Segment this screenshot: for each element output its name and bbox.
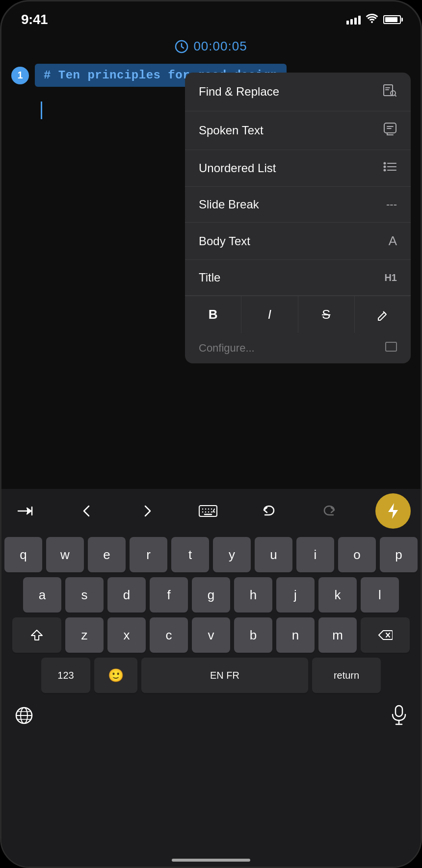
context-menu: Find & Replace Spoken Text xyxy=(185,73,411,363)
list-icon xyxy=(383,161,397,176)
space-button[interactable]: EN FR xyxy=(141,658,308,693)
key-i[interactable]: i xyxy=(296,537,334,572)
title-label: Title xyxy=(199,271,220,284)
menu-item-find-replace[interactable]: Find & Replace xyxy=(185,73,411,111)
svg-rect-6 xyxy=(384,123,396,133)
key-t[interactable]: t xyxy=(171,537,209,572)
menu-item-spoken-text[interactable]: Spoken Text xyxy=(185,111,411,150)
find-replace-label: Find & Replace xyxy=(199,85,279,99)
svg-point-11 xyxy=(384,166,386,168)
key-s[interactable]: s xyxy=(65,577,104,613)
spoken-text-icon xyxy=(383,122,397,139)
tab-button[interactable] xyxy=(11,496,41,526)
line-number: 1 xyxy=(11,67,29,84)
svg-line-3 xyxy=(395,95,396,97)
key-b[interactable]: b xyxy=(234,617,272,653)
signal-bars-icon xyxy=(346,15,361,25)
slide-break-label: Slide Break xyxy=(199,198,259,211)
key-g[interactable]: g xyxy=(192,577,230,613)
keyboard-row-4: 123 🙂 EN FR return xyxy=(4,658,418,693)
numbers-button[interactable]: 123 xyxy=(41,658,90,693)
format-edit-button[interactable] xyxy=(355,296,411,333)
battery-icon xyxy=(383,15,401,24)
lightning-button[interactable] xyxy=(375,493,411,529)
key-r[interactable]: r xyxy=(130,537,167,572)
toolbar xyxy=(1,489,421,533)
key-y[interactable]: y xyxy=(213,537,251,572)
svg-rect-15 xyxy=(386,342,396,351)
battery-fill xyxy=(385,17,397,22)
key-k[interactable]: k xyxy=(318,577,357,613)
key-w[interactable]: w xyxy=(46,537,84,572)
key-x[interactable]: x xyxy=(107,617,146,653)
keyboard-button[interactable] xyxy=(193,496,223,526)
svg-point-13 xyxy=(384,169,386,172)
key-o[interactable]: o xyxy=(338,537,376,572)
menu-overflow-item: Configure... xyxy=(185,333,411,363)
format-bold-button[interactable]: B xyxy=(185,296,241,333)
key-m[interactable]: m xyxy=(318,617,357,653)
home-indicator xyxy=(172,859,250,862)
body-text-shortcut: A xyxy=(389,233,397,249)
menu-item-slide-break[interactable]: Slide Break --- xyxy=(185,187,411,223)
menu-item-body-text[interactable]: Body Text A xyxy=(185,223,411,260)
key-n[interactable]: n xyxy=(276,617,315,653)
return-button[interactable]: return xyxy=(312,658,381,693)
title-shortcut: H1 xyxy=(384,272,397,283)
unordered-list-label: Unordered List xyxy=(199,161,276,175)
key-v[interactable]: v xyxy=(192,617,230,653)
phone-frame: 9:41 00:00:05 1 xyxy=(0,0,422,868)
backspace-button[interactable] xyxy=(361,617,410,653)
key-j[interactable]: j xyxy=(276,577,315,613)
format-row: B I S xyxy=(185,296,411,333)
key-u[interactable]: u xyxy=(255,537,292,572)
key-h[interactable]: h xyxy=(234,577,272,613)
key-c[interactable]: c xyxy=(150,617,188,653)
format-italic-button[interactable]: I xyxy=(241,296,298,333)
menu-item-unordered-list[interactable]: Unordered List xyxy=(185,150,411,187)
slide-break-shortcut: --- xyxy=(386,198,397,211)
wifi-icon xyxy=(366,14,378,26)
timer-icon xyxy=(175,40,188,53)
status-time: 9:41 xyxy=(21,12,48,27)
keyboard-row-2: a s d f g h j k l xyxy=(4,577,418,613)
timer-text: 00:00:05 xyxy=(193,39,247,54)
key-f[interactable]: f xyxy=(150,577,188,613)
keyboard-row-1: q w e r t y u i o p xyxy=(4,537,418,572)
key-q[interactable]: q xyxy=(4,537,42,572)
keyboard-row-3: z x c v b n m xyxy=(4,617,418,653)
left-arrow-button[interactable] xyxy=(72,496,102,526)
undo-button[interactable] xyxy=(254,496,284,526)
keyboard-bottom-row xyxy=(4,698,418,737)
status-icons xyxy=(346,14,401,26)
key-a[interactable]: a xyxy=(23,577,61,613)
shift-button[interactable] xyxy=(12,617,61,653)
svg-rect-36 xyxy=(396,706,402,716)
emoji-button[interactable]: 🙂 xyxy=(94,658,137,693)
keyboard: q w e r t y u i o p a s d f g h j k l xyxy=(1,533,421,867)
microphone-button[interactable] xyxy=(390,705,408,731)
key-d[interactable]: d xyxy=(107,577,146,613)
redo-button[interactable] xyxy=(315,496,344,526)
format-strike-button[interactable]: S xyxy=(298,296,355,333)
body-text-label: Body Text xyxy=(199,234,250,248)
right-arrow-button[interactable] xyxy=(132,496,162,526)
spoken-text-label: Spoken Text xyxy=(199,124,264,137)
find-replace-icon xyxy=(382,83,397,100)
svg-point-9 xyxy=(384,162,386,165)
menu-item-title[interactable]: Title H1 xyxy=(185,260,411,296)
key-z[interactable]: z xyxy=(65,617,104,653)
key-l[interactable]: l xyxy=(361,577,399,613)
text-cursor xyxy=(41,102,42,119)
status-bar: 9:41 xyxy=(1,1,421,31)
key-e[interactable]: e xyxy=(88,537,126,572)
globe-button[interactable] xyxy=(14,706,34,730)
timer-bar: 00:00:05 xyxy=(1,31,421,59)
key-p[interactable]: p xyxy=(380,537,418,572)
